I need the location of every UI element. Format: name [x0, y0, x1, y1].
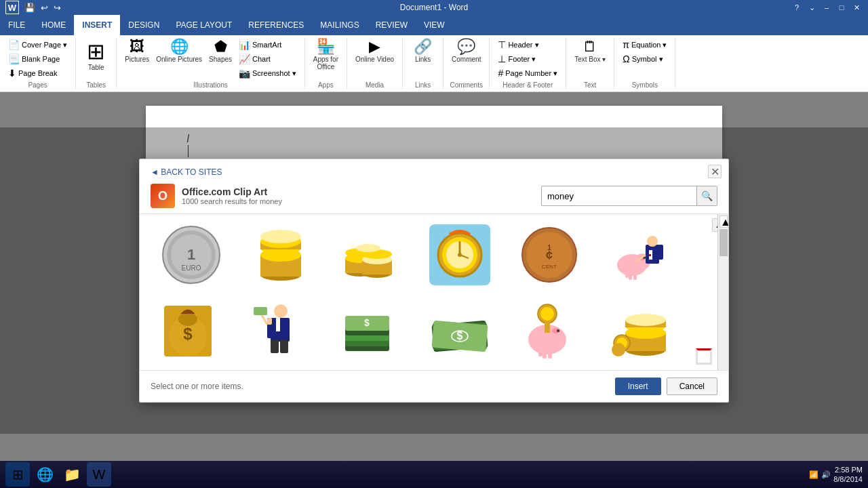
table-icon: ⊞: [87, 41, 105, 62]
search-input[interactable]: [542, 188, 696, 205]
taskbar-ie-button[interactable]: 🌐: [33, 462, 57, 487]
close-button[interactable]: ✕: [850, 1, 863, 14]
taskbar-word-button[interactable]: W: [87, 462, 111, 487]
clipart-item-gold-coins-pile[interactable]: [330, 221, 411, 289]
online-video-button[interactable]: ▶ Online Video: [353, 38, 397, 64]
svg-rect-56: [254, 307, 267, 315]
clipart-item-businessman-money[interactable]: [240, 296, 321, 363]
clipart-item-gold-ornament[interactable]: [419, 221, 500, 289]
businessman-money-svg: [250, 299, 311, 360]
header-label: Header ▾: [508, 41, 538, 49]
ribbon-group-tables: ⊞ Table Tables: [76, 38, 117, 89]
ribbon-toggle-button[interactable]: ⌄: [806, 1, 818, 14]
clipart-item-penny[interactable]: 1 ¢ CENT: [509, 221, 590, 289]
svg-rect-37: [629, 273, 632, 280]
comment-button[interactable]: 💬 Comment: [449, 38, 484, 64]
tab-mailings[interactable]: MAILINGS: [312, 15, 367, 35]
minimize-button[interactable]: –: [821, 1, 833, 14]
office-logo: O: [151, 184, 175, 208]
tab-review[interactable]: REVIEW: [368, 15, 416, 35]
text-box-icon: 🗒: [583, 39, 597, 54]
links-buttons: 🔗 Links: [411, 38, 435, 80]
equation-button[interactable]: π Equation ▾: [620, 38, 669, 52]
illustrations-right-stack: 📊 SmartArt 📈 Chart 📷 Screenshot ▾: [236, 38, 299, 80]
clipart-item-dollar-bills-stack[interactable]: $: [330, 296, 411, 363]
gold-ornament-svg: [429, 224, 490, 285]
scrollbar-track[interactable]: ▲: [717, 214, 728, 370]
shapes-button[interactable]: ⬟ Shapes: [206, 38, 235, 64]
start-button[interactable]: ⊞: [5, 462, 30, 487]
ribbon-group-links: 🔗 Links Links: [403, 38, 443, 89]
scrollbar-up-arrow[interactable]: ▲: [719, 216, 728, 228]
screenshot-button[interactable]: 📷 Screenshot ▾: [236, 66, 299, 80]
tab-page-layout[interactable]: PAGE LAYOUT: [167, 15, 240, 35]
header-button[interactable]: ⊤ Header ▾: [495, 38, 560, 52]
redo-button[interactable]: ↪: [52, 3, 62, 13]
restore-button[interactable]: □: [835, 1, 848, 14]
tab-view[interactable]: VIEW: [416, 15, 453, 35]
tab-references[interactable]: REFERENCES: [240, 15, 312, 35]
search-button[interactable]: 🔍: [696, 186, 717, 205]
media-buttons: ▶ Online Video: [353, 38, 397, 80]
svg-point-73: [557, 329, 559, 332]
page-break-label: Page Break: [18, 69, 57, 77]
svg-point-89: [612, 343, 625, 357]
svg-rect-45: [658, 245, 663, 260]
svg-rect-54: [267, 318, 272, 325]
apps-group-label: Apps: [318, 81, 334, 89]
svg-rect-58: [280, 340, 288, 353]
taskbar-date: 8/8/2014: [833, 474, 863, 484]
tab-insert[interactable]: INSERT: [74, 15, 120, 35]
tab-design[interactable]: DESIGN: [120, 15, 167, 35]
svg-point-41: [647, 236, 658, 247]
links-group-label: Links: [415, 81, 431, 89]
cover-page-button[interactable]: 📄 Cover Page ▾: [5, 38, 70, 52]
clipart-item-piggy-businessman[interactable]: [598, 221, 679, 289]
svg-text:$: $: [457, 330, 463, 342]
equation-label: Equation ▾: [631, 41, 667, 49]
clipart-item-dollar-bills-fan[interactable]: $: [419, 296, 500, 363]
clipart-info: Office.com Clip Art 1000 search results …: [182, 186, 282, 205]
pictures-button[interactable]: 🖼 Pictures: [122, 38, 152, 64]
blank-page-button[interactable]: 📃 Blank Page: [5, 52, 70, 66]
help-button[interactable]: ?: [791, 1, 803, 14]
illustrations-buttons: 🖼 Pictures 🌐 Online Pictures ⬟ Shapes 📊 …: [122, 38, 299, 80]
clipart-item-euro-coin[interactable]: 1 EURO: [151, 221, 232, 289]
footer-button[interactable]: ⊥ Footer ▾: [495, 52, 560, 66]
svg-rect-43: [649, 254, 651, 256]
svg-text:¢: ¢: [546, 249, 553, 262]
svg-rect-76: [538, 350, 542, 357]
taskbar: ⊞ 🌐 📁 W 📶 🔊 2:58 PM 8/8/2014: [0, 461, 868, 488]
comments-group-label: Comments: [450, 81, 483, 89]
scrollbar-thumb[interactable]: [719, 229, 728, 256]
tab-file[interactable]: FILE: [0, 15, 33, 35]
cancel-button[interactable]: Cancel: [667, 378, 717, 395]
clipart-item-piggy-bank-coin[interactable]: [509, 296, 590, 363]
svg-rect-79: [545, 323, 550, 333]
undo-button[interactable]: ↩: [39, 3, 50, 13]
svg-point-86: [625, 314, 666, 326]
smartart-button[interactable]: 📊 SmartArt: [236, 38, 299, 52]
table-button[interactable]: ⊞ Table: [83, 38, 109, 74]
smartart-icon: 📊: [239, 39, 250, 50]
modal-footer: Select one or more items. Insert Cancel: [140, 370, 728, 402]
page-break-button[interactable]: ⬇ Page Break: [5, 66, 70, 80]
clipart-item-money-bag[interactable]: $: [151, 296, 232, 363]
apps-for-office-button[interactable]: 🏪 Apps forOffice: [311, 38, 341, 72]
modal-close-button[interactable]: ✕: [708, 165, 722, 178]
insert-button[interactable]: Insert: [615, 378, 661, 395]
clipart-item-coins-pile-right[interactable]: [598, 296, 679, 363]
svg-point-50: [274, 304, 288, 318]
links-button[interactable]: 🔗 Links: [411, 38, 435, 64]
page-number-button[interactable]: # Page Number ▾: [495, 66, 560, 80]
clipart-item-gold-coins-stack[interactable]: [240, 221, 321, 289]
online-pictures-button[interactable]: 🌐 Online Pictures: [153, 38, 205, 64]
text-box-button[interactable]: 🗒 Text Box ▾: [572, 38, 608, 64]
taskbar-explorer-button[interactable]: 📁: [60, 462, 84, 487]
back-to-sites-link[interactable]: ◄ BACK TO SITES: [151, 167, 717, 177]
online-pictures-label: Online Pictures: [156, 56, 202, 63]
save-button[interactable]: 💾: [23, 3, 37, 13]
chart-button[interactable]: 📈 Chart: [236, 52, 299, 66]
tab-home[interactable]: HOME: [33, 15, 74, 35]
symbol-button[interactable]: Ω Symbol ▾: [620, 52, 669, 66]
